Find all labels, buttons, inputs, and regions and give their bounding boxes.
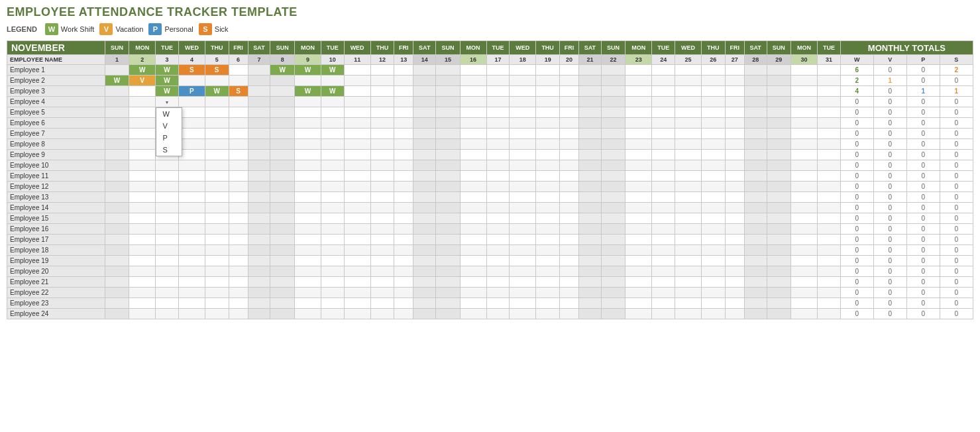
attendance-cell-5-14[interactable] [413, 107, 436, 118]
attendance-cell-17-15[interactable] [436, 235, 461, 245]
attendance-cell-19-18[interactable] [510, 256, 536, 266]
attendance-cell-7-23[interactable] [626, 129, 652, 139]
attendance-cell-18-29[interactable] [767, 245, 791, 256]
attendance-cell-20-13[interactable] [394, 266, 413, 277]
attendance-cell-16-23[interactable] [626, 224, 652, 235]
attendance-cell-20-16[interactable] [460, 266, 486, 277]
attendance-cell-16-13[interactable] [394, 224, 413, 235]
attendance-cell-21-28[interactable] [744, 277, 767, 288]
attendance-cell-3-15[interactable] [436, 86, 461, 97]
attendance-cell-11-2[interactable] [129, 171, 156, 182]
attendance-cell-21-23[interactable] [626, 277, 652, 288]
attendance-cell-5-8[interactable] [270, 107, 295, 118]
attendance-cell-23-2[interactable] [129, 298, 156, 309]
attendance-cell-16-11[interactable] [344, 224, 370, 235]
attendance-cell-4-16[interactable] [460, 97, 486, 107]
attendance-cell-11-1[interactable] [105, 171, 129, 182]
attendance-cell-8-24[interactable] [652, 139, 675, 150]
attendance-cell-16-27[interactable] [725, 224, 744, 235]
attendance-cell-9-15[interactable] [436, 150, 461, 160]
attendance-cell-15-20[interactable] [559, 213, 578, 224]
attendance-cell-12-22[interactable] [601, 182, 626, 192]
attendance-cell-24-18[interactable] [510, 309, 536, 319]
attendance-cell-16-31[interactable] [817, 224, 840, 235]
attendance-cell-9-17[interactable] [486, 150, 510, 160]
attendance-cell-4-6[interactable] [229, 97, 248, 107]
attendance-cell-1-16[interactable] [460, 65, 486, 76]
attendance-cell-2-22[interactable] [601, 76, 626, 86]
attendance-cell-18-10[interactable] [321, 245, 344, 256]
attendance-cell-20-20[interactable] [559, 266, 578, 277]
attendance-cell-19-6[interactable] [229, 256, 248, 266]
attendance-cell-19-12[interactable] [370, 256, 394, 266]
attendance-cell-11-15[interactable] [436, 171, 461, 182]
attendance-cell-23-10[interactable] [321, 298, 344, 309]
attendance-cell-22-6[interactable] [229, 288, 248, 298]
attendance-cell-13-26[interactable] [702, 192, 726, 203]
attendance-cell-19-28[interactable] [744, 256, 767, 266]
attendance-cell-21-4[interactable] [178, 277, 205, 288]
attendance-cell-2-28[interactable] [744, 76, 767, 86]
attendance-cell-10-8[interactable] [270, 160, 295, 171]
attendance-cell-18-19[interactable] [536, 245, 560, 256]
attendance-cell-6-31[interactable] [817, 118, 840, 129]
attendance-cell-1-20[interactable] [559, 65, 578, 76]
attendance-cell-13-1[interactable] [105, 192, 129, 203]
attendance-cell-22-25[interactable] [675, 288, 702, 298]
attendance-cell-2-2[interactable]: V [129, 76, 156, 86]
attendance-cell-11-7[interactable] [248, 171, 270, 182]
attendance-cell-22-13[interactable] [394, 288, 413, 298]
attendance-cell-14-29[interactable] [767, 203, 791, 213]
attendance-cell-11-26[interactable] [702, 171, 726, 182]
attendance-cell-4-12[interactable] [370, 97, 394, 107]
attendance-cell-7-14[interactable] [413, 129, 436, 139]
attendance-cell-14-15[interactable] [436, 203, 461, 213]
attendance-cell-24-13[interactable] [394, 309, 413, 319]
attendance-cell-22-17[interactable] [486, 288, 510, 298]
attendance-cell-17-7[interactable] [248, 235, 270, 245]
attendance-cell-2-31[interactable] [817, 76, 840, 86]
attendance-cell-21-30[interactable] [791, 277, 818, 288]
attendance-cell-18-14[interactable] [413, 245, 436, 256]
attendance-cell-12-21[interactable] [579, 182, 602, 192]
attendance-cell-22-7[interactable] [248, 288, 270, 298]
attendance-cell-9-28[interactable] [744, 150, 767, 160]
attendance-cell-2-16[interactable] [460, 76, 486, 86]
attendance-cell-22-16[interactable] [460, 288, 486, 298]
attendance-cell-18-21[interactable] [579, 245, 602, 256]
attendance-cell-5-25[interactable] [675, 107, 702, 118]
attendance-cell-19-30[interactable] [791, 256, 818, 266]
attendance-cell-2-11[interactable] [344, 76, 370, 86]
attendance-cell-3-20[interactable] [559, 86, 578, 97]
attendance-cell-4-17[interactable] [486, 97, 510, 107]
attendance-cell-2-4[interactable] [178, 76, 205, 86]
attendance-cell-10-14[interactable] [413, 160, 436, 171]
attendance-cell-9-9[interactable] [294, 150, 321, 160]
attendance-cell-2-8[interactable] [270, 76, 295, 86]
attendance-cell-14-28[interactable] [744, 203, 767, 213]
attendance-cell-22-11[interactable] [344, 288, 370, 298]
attendance-cell-11-12[interactable] [370, 171, 394, 182]
attendance-cell-5-6[interactable] [229, 107, 248, 118]
attendance-cell-1-23[interactable] [626, 65, 652, 76]
attendance-cell-16-12[interactable] [370, 224, 394, 235]
attendance-cell-23-30[interactable] [791, 298, 818, 309]
attendance-cell-10-3[interactable] [156, 160, 179, 171]
attendance-cell-11-22[interactable] [601, 171, 626, 182]
attendance-cell-5-24[interactable] [652, 107, 675, 118]
attendance-cell-13-16[interactable] [460, 192, 486, 203]
attendance-cell-22-29[interactable] [767, 288, 791, 298]
attendance-cell-15-3[interactable] [156, 213, 179, 224]
attendance-cell-11-20[interactable] [559, 171, 578, 182]
attendance-cell-8-8[interactable] [270, 139, 295, 150]
attendance-cell-3-5[interactable]: W [205, 86, 229, 97]
attendance-cell-4-20[interactable] [559, 97, 578, 107]
attendance-cell-13-5[interactable] [205, 192, 229, 203]
attendance-cell-8-15[interactable] [436, 139, 461, 150]
attendance-cell-13-3[interactable] [156, 192, 179, 203]
attendance-cell-2-23[interactable] [626, 76, 652, 86]
attendance-cell-12-12[interactable] [370, 182, 394, 192]
attendance-cell-17-22[interactable] [601, 235, 626, 245]
attendance-cell-4-1[interactable] [105, 97, 129, 107]
attendance-cell-14-30[interactable] [791, 203, 818, 213]
